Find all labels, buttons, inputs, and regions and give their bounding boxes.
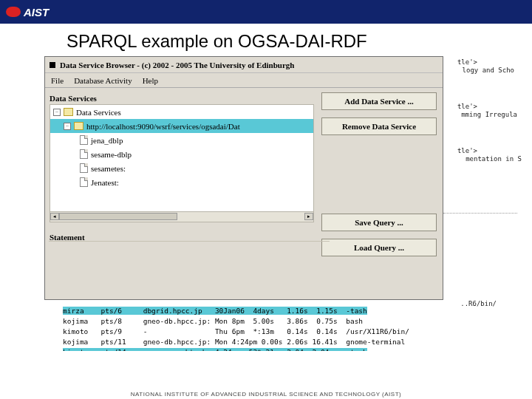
bg-code-7: ..R6/bin/ — [460, 300, 497, 307]
folder-icon — [64, 108, 73, 116]
brand-name: AIST — [24, 6, 49, 18]
scroll-thumb[interactable] — [59, 213, 177, 220]
divider-dots — [443, 213, 517, 214]
tree-root[interactable]: − Data Services — [50, 105, 313, 119]
terminal-listing: mirza pts/6 dbgrid.hpcc.jp 30Jan06 4days… — [63, 306, 409, 358]
menubar: File Database Activity Help — [45, 73, 443, 88]
terminal-overlay-cut — [46, 351, 485, 357]
document-icon — [80, 135, 88, 145]
data-services-tree[interactable]: − Data Services − http://localhost:9090/… — [50, 104, 314, 222]
folder-icon — [74, 122, 83, 130]
button-label: Save Query ... — [355, 218, 403, 227]
bg-code-6: mentation in S — [466, 155, 522, 163]
statement-underline — [49, 241, 330, 242]
data-service-browser-window: Data Service Browser - (c) 2002 - 2005 T… — [44, 56, 443, 300]
window-titlebar[interactable]: Data Service Browser - (c) 2002 - 2005 T… — [45, 57, 443, 73]
tree-child-label: jena_dblp — [91, 136, 123, 145]
scroll-left-icon[interactable]: ◂ — [50, 213, 59, 220]
menu-file[interactable]: File — [51, 76, 64, 85]
menu-help[interactable]: Help — [143, 76, 158, 85]
tree-child-sesame-dblp[interactable]: sesame-dblp — [50, 147, 313, 161]
window-icon — [50, 62, 55, 68]
tree-child-jena-dblp[interactable]: jena_dblp — [50, 133, 313, 147]
tree-url-label: http://localhost:9090/wsrf/services/ogsa… — [86, 122, 240, 131]
bg-code-3: tle'> — [457, 103, 477, 110]
save-query-button[interactable]: Save Query ... — [321, 214, 437, 231]
data-services-label: Data Services — [50, 94, 314, 103]
bg-code-2: logy and Scho — [463, 66, 514, 74]
tree-root-label: Data Services — [76, 108, 121, 117]
tree-child-label: sesametes: — [91, 164, 126, 173]
slide-title: SPARQL example on OGSA-DAI-RDF — [0, 24, 532, 56]
tree-child-label: sesame-dblp — [91, 150, 132, 159]
brand-mark-icon — [6, 7, 21, 17]
tree-hscrollbar[interactable]: ◂ ▸ — [50, 211, 313, 222]
tree-child-jenatest[interactable]: Jenatest: — [50, 175, 313, 189]
app-topbar: AIST — [0, 0, 532, 24]
button-label: Add Data Service ... — [344, 97, 414, 106]
window-title: Data Service Browser - (c) 2002 - 2005 T… — [60, 61, 294, 69]
document-icon — [80, 149, 88, 159]
stage: tle'> logy and Scho tle'> mming Irregula… — [0, 56, 532, 381]
brand-logo: AIST — [6, 6, 49, 18]
document-icon — [80, 177, 88, 187]
menu-database-activity[interactable]: Database Activity — [74, 76, 132, 85]
left-pane: Data Services − Data Services − — [45, 88, 318, 299]
collapse-icon[interactable]: − — [64, 123, 71, 130]
who-header: mirza pts/6 dbgrid.hpcc.jp 30Jan06 4days… — [63, 307, 367, 315]
button-label: Load Query ... — [354, 243, 404, 252]
bg-code-1: tle'> — [457, 58, 477, 66]
bg-code-4: mming Irregula — [461, 111, 517, 118]
tree-child-label: Jenatest: — [91, 178, 119, 187]
document-icon — [80, 163, 88, 173]
tree-child-sesametes[interactable]: sesametes: — [50, 161, 313, 175]
scroll-right-icon[interactable]: ▸ — [304, 213, 313, 220]
who-row: kimoto pts/9 - Thu 6pm *:13m 0.14s 0.14s… — [63, 327, 409, 335]
add-data-service-button[interactable]: Add Data Service ... — [321, 92, 437, 110]
tree-service-url[interactable]: − http://localhost:9090/wsrf/services/og… — [50, 119, 313, 133]
collapse-icon[interactable]: − — [53, 109, 61, 116]
who-row: kojima pts/11 gneo-db.hpcc.jp: Mon 4:24p… — [63, 338, 405, 346]
load-query-button[interactable]: Load Query ... — [321, 239, 437, 256]
footer: NATIONAL INSTITUTE OF ADVANCED INDUSTRIA… — [0, 391, 532, 398]
right-pane: Add Data Service ... Remove Data Service… — [318, 88, 443, 299]
remove-data-service-button[interactable]: Remove Data Service — [321, 117, 437, 135]
bg-code-5: tle'> — [457, 147, 477, 154]
footer-text: NATIONAL INSTITUTE OF ADVANCED INDUSTRIA… — [131, 391, 401, 398]
button-label: Remove Data Service — [342, 122, 416, 131]
who-row: kojima pts/8 gneo-db.hpcc.jp: Mon 8pm 5.… — [63, 317, 363, 325]
spacer — [321, 143, 437, 206]
